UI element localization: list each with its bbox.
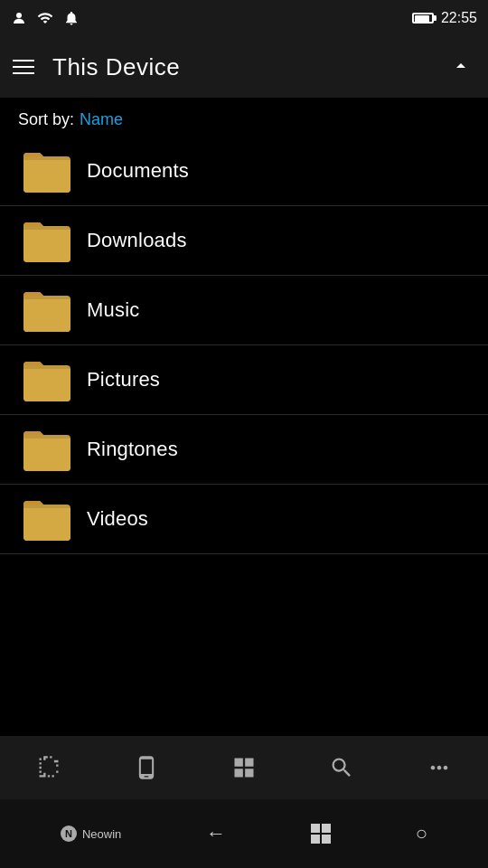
- notification-icon: [63, 10, 80, 26]
- folder-icon-wrap: [18, 422, 76, 476]
- folder-icon: [22, 356, 72, 403]
- wifi-icon: [36, 10, 54, 26]
- more-icon: [427, 755, 452, 780]
- list-item[interactable]: Videos: [0, 485, 488, 553]
- status-bar: 22:55: [0, 0, 488, 36]
- more-options-button[interactable]: [418, 746, 461, 789]
- list-item[interactable]: Pictures: [0, 345, 488, 414]
- file-list: Documents Downloads: [0, 137, 488, 554]
- folder-icon-wrap: [18, 353, 76, 407]
- list-item[interactable]: Documents: [0, 137, 488, 205]
- sort-by-label: Sort by:: [18, 110, 74, 129]
- file-name: Music: [87, 298, 139, 322]
- up-arrow-icon: [450, 55, 472, 77]
- select-button[interactable]: [27, 746, 70, 789]
- file-name: Pictures: [87, 368, 160, 392]
- header-left: This Device: [13, 53, 180, 81]
- back-button[interactable]: ←: [206, 822, 226, 845]
- system-search-button[interactable]: ○: [416, 822, 427, 845]
- file-name: Downloads: [87, 229, 187, 252]
- neowin-label: Neowin: [82, 827, 121, 841]
- hamburger-line-3: [13, 72, 34, 74]
- folder-icon: [22, 217, 72, 264]
- neowin-logo-icon: N: [61, 826, 77, 842]
- hamburger-line-2: [13, 66, 34, 68]
- status-right: 22:55: [412, 10, 477, 26]
- folder-icon-wrap: [18, 213, 76, 268]
- folder-icon-wrap: [18, 283, 76, 337]
- time-display: 22:55: [441, 10, 477, 26]
- hamburger-menu-button[interactable]: [13, 60, 34, 74]
- folder-icon-wrap: [18, 492, 76, 546]
- battery-indicator: [412, 13, 434, 24]
- folder-icon: [22, 426, 72, 473]
- bottom-toolbar: [0, 736, 488, 799]
- folder-icon: [22, 287, 72, 334]
- list-item[interactable]: Music: [0, 276, 488, 344]
- back-icon: ←: [206, 822, 226, 845]
- list-item[interactable]: Downloads: [0, 206, 488, 275]
- navigate-up-button[interactable]: [446, 52, 475, 83]
- file-name: Videos: [87, 507, 148, 531]
- search-button[interactable]: [320, 746, 363, 789]
- page-title: This Device: [52, 53, 180, 81]
- list-separator: [0, 553, 488, 554]
- select-icon: [36, 755, 61, 780]
- app-header: This Device: [0, 36, 488, 98]
- svg-point-0: [16, 13, 22, 18]
- file-name: Ringtones: [87, 438, 178, 461]
- folder-icon: [22, 495, 72, 542]
- account-icon: [11, 10, 27, 26]
- folder-icon-wrap: [18, 144, 76, 198]
- sort-value[interactable]: Name: [80, 110, 123, 129]
- grid-icon: [231, 755, 257, 780]
- list-item[interactable]: Ringtones: [0, 415, 488, 484]
- phone-icon: [134, 755, 159, 780]
- system-search-icon: ○: [416, 822, 427, 845]
- phone-button[interactable]: [125, 746, 168, 789]
- windows-logo-icon: [311, 824, 331, 844]
- status-icons: [11, 10, 80, 26]
- sort-bar: Sort by: Name: [0, 98, 488, 137]
- folder-icon: [22, 147, 72, 194]
- search-icon: [329, 755, 354, 780]
- grid-view-button[interactable]: [222, 746, 266, 789]
- hamburger-line-1: [13, 60, 34, 61]
- neowin-brand-button[interactable]: N Neowin: [61, 826, 121, 842]
- system-nav-bar: N Neowin ← ○: [0, 799, 488, 868]
- file-name: Documents: [87, 159, 189, 183]
- home-button[interactable]: [311, 824, 331, 844]
